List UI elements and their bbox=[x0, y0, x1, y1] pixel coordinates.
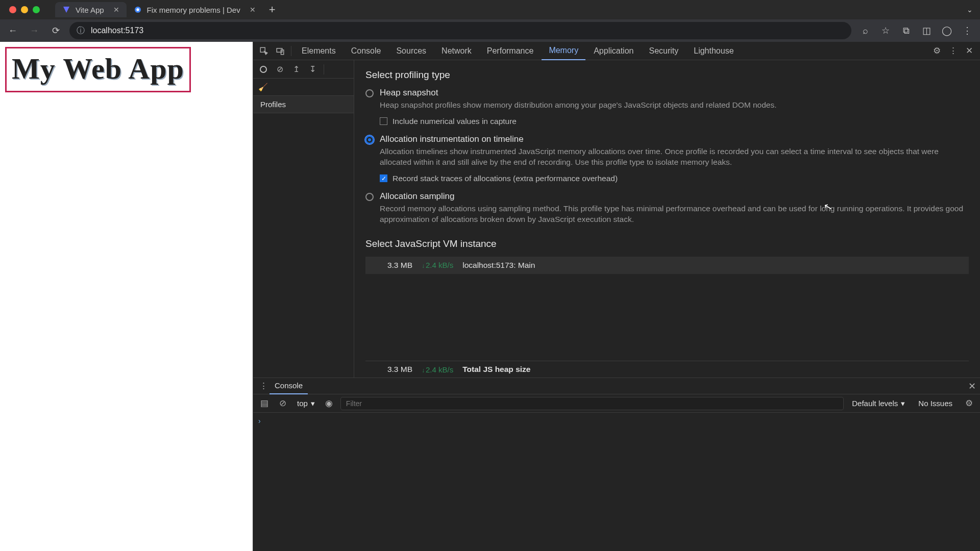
vm-heap-size: 3.3 MB bbox=[380, 261, 412, 270]
address-bar[interactable]: ⓘ localhost:5173 bbox=[69, 22, 851, 39]
vm-instance-list: 3.3 MB 2.4 kB/s localhost:5173: Main 3.3… bbox=[365, 257, 969, 378]
site-info-icon[interactable]: ⓘ bbox=[77, 26, 85, 36]
memory-body: ⊘ ↥ ↧ 🧹 Profiles Select profiling type H… bbox=[253, 60, 980, 378]
tab-close-icon[interactable]: ✕ bbox=[113, 6, 119, 14]
profiles-heading: Profiles bbox=[253, 96, 354, 113]
url-text: localhost:5173 bbox=[91, 26, 143, 35]
memory-toolbar: ⊘ ↥ ↧ bbox=[253, 60, 354, 79]
reload-button[interactable]: ⟳ bbox=[48, 23, 63, 38]
back-button[interactable]: ← bbox=[5, 23, 20, 38]
browser-tab-active[interactable]: Vite App ✕ bbox=[55, 2, 127, 17]
option-label: Heap snapshot bbox=[380, 88, 777, 98]
vm-instance-heading: Select JavaScript VM instance bbox=[365, 238, 969, 249]
profiling-type-heading: Select profiling type bbox=[365, 69, 969, 81]
drawer-close-icon[interactable]: ✕ bbox=[968, 381, 976, 392]
tab-title: Vite App bbox=[76, 6, 104, 14]
radio-heap-snapshot[interactable] bbox=[365, 89, 374, 97]
browser-tab-strip: Vite App ✕ Fix memory problems | Dev ✕ +… bbox=[0, 0, 980, 19]
checkbox-label: Record stack traces of allocations (extr… bbox=[393, 174, 618, 183]
chevron-down-icon: ▾ bbox=[901, 399, 905, 408]
tab-title: Fix memory problems | Dev bbox=[147, 6, 240, 14]
console-output[interactable]: › bbox=[253, 413, 980, 551]
option-label: Allocation sampling bbox=[380, 191, 967, 202]
console-settings-icon[interactable]: ⚙ bbox=[962, 396, 976, 411]
tab-network[interactable]: Network bbox=[434, 42, 479, 60]
tab-lighthouse[interactable]: Lighthouse bbox=[687, 42, 741, 60]
radio-allocation-timeline[interactable] bbox=[365, 136, 374, 144]
rendered-page[interactable]: My Web App bbox=[0, 42, 253, 551]
tab-console[interactable]: Console bbox=[344, 42, 388, 60]
extensions-icon[interactable]: ⧉ bbox=[898, 23, 914, 38]
collect-garbage-icon[interactable]: 🧹 bbox=[258, 83, 268, 92]
browser-tab[interactable]: Fix memory problems | Dev ✕ bbox=[127, 2, 263, 17]
window-maximize-button[interactable] bbox=[33, 6, 40, 13]
option-desc: Record memory allocations using sampling… bbox=[380, 204, 967, 225]
new-tab-button[interactable]: + bbox=[269, 3, 276, 16]
content-split: My Web App Elements Console Sources Netw… bbox=[0, 42, 980, 551]
clear-profiles-icon[interactable]: ⊘ bbox=[273, 62, 287, 77]
devtools-close-icon[interactable]: ✕ bbox=[962, 43, 977, 59]
console-clear-icon[interactable]: ⊘ bbox=[276, 396, 290, 411]
load-profile-icon[interactable]: ↥ bbox=[289, 62, 303, 77]
option-desc: Allocation timelines show instrumented J… bbox=[380, 146, 967, 168]
option-desc: Heap snapshot profiles show memory distr… bbox=[380, 100, 777, 111]
save-profile-icon[interactable]: ↧ bbox=[305, 62, 320, 77]
checkbox-label: Include numerical values in capture bbox=[393, 117, 517, 126]
tab-application[interactable]: Application bbox=[586, 42, 641, 60]
devtools-tab-bar: Elements Console Sources Network Perform… bbox=[253, 42, 980, 60]
devtools-settings-icon[interactable]: ⚙ bbox=[929, 43, 944, 59]
window-close-button[interactable] bbox=[9, 6, 16, 13]
page-heading: My Web App bbox=[12, 52, 184, 86]
forward-button[interactable]: → bbox=[27, 23, 42, 38]
record-button[interactable] bbox=[256, 62, 271, 77]
log-levels-select[interactable]: Default levels ▾ bbox=[848, 399, 909, 408]
tab-elements[interactable]: Elements bbox=[295, 42, 343, 60]
checkbox-include-numerical[interactable] bbox=[380, 117, 387, 125]
live-expression-icon[interactable]: ◉ bbox=[322, 396, 336, 411]
profile-avatar-icon[interactable]: ◯ bbox=[939, 23, 954, 38]
console-toolbar: ▤ ⊘ top ▾ ◉ Default levels ▾ No Issues ⚙ bbox=[253, 394, 980, 413]
devtools-more-icon[interactable]: ⋮ bbox=[945, 43, 961, 59]
console-drawer: ⋮ Console ✕ ▤ ⊘ top ▾ ◉ Default levels ▾… bbox=[253, 378, 980, 551]
heap-include-numerical-row[interactable]: Include numerical values in capture bbox=[380, 117, 969, 126]
option-allocation-timeline[interactable]: Allocation instrumentation on timeline A… bbox=[365, 134, 969, 168]
sidepanel-icon[interactable]: ◫ bbox=[919, 23, 934, 38]
total-heap-rate: 2.4 kB/s bbox=[422, 365, 453, 374]
console-filter-input[interactable] bbox=[340, 397, 844, 410]
drawer-tab-console[interactable]: Console bbox=[270, 378, 308, 394]
device-toolbar-icon[interactable] bbox=[273, 43, 288, 59]
console-sidebar-toggle-icon[interactable]: ▤ bbox=[257, 396, 272, 411]
timeline-record-stack-row[interactable]: ✓ Record stack traces of allocations (ex… bbox=[380, 174, 969, 183]
vm-total-row: 3.3 MB 2.4 kB/s Total JS heap size bbox=[365, 361, 969, 378]
checkbox-record-stack-traces[interactable]: ✓ bbox=[380, 174, 387, 182]
memory-gc-row: 🧹 bbox=[253, 79, 354, 96]
context-label: top bbox=[297, 399, 308, 408]
zoom-icon[interactable]: ⌕ bbox=[857, 23, 873, 38]
issues-indicator[interactable]: No Issues bbox=[913, 399, 958, 408]
tab-performance[interactable]: Performance bbox=[480, 42, 541, 60]
window-minimize-button[interactable] bbox=[21, 6, 28, 13]
option-heap-snapshot[interactable]: Heap snapshot Heap snapshot profiles sho… bbox=[365, 88, 969, 111]
option-allocation-sampling[interactable]: Allocation sampling Record memory alloca… bbox=[365, 191, 969, 225]
console-context-select[interactable]: top ▾ bbox=[294, 399, 318, 408]
svg-point-2 bbox=[136, 8, 139, 11]
drawer-menu-icon[interactable]: ⋮ bbox=[257, 381, 270, 391]
browser-menu-icon[interactable]: ⋮ bbox=[960, 23, 975, 38]
radio-allocation-sampling[interactable] bbox=[365, 193, 374, 201]
svg-marker-0 bbox=[63, 7, 69, 13]
inspect-element-icon[interactable] bbox=[256, 43, 272, 59]
tab-security[interactable]: Security bbox=[642, 42, 685, 60]
vm-instance-row[interactable]: 3.3 MB 2.4 kB/s localhost:5173: Main bbox=[365, 257, 969, 274]
vite-favicon-icon bbox=[62, 6, 70, 14]
tab-sources[interactable]: Sources bbox=[389, 42, 433, 60]
bookmark-star-icon[interactable]: ☆ bbox=[878, 23, 893, 38]
window-controls bbox=[9, 6, 40, 13]
chrome-favicon-icon bbox=[134, 6, 142, 14]
browser-toolbar: ← → ⟳ ⓘ localhost:5173 ⌕ ☆ ⧉ ◫ ◯ ⋮ bbox=[0, 19, 980, 42]
tab-close-icon[interactable]: ✕ bbox=[250, 6, 256, 14]
memory-sidebar: ⊘ ↥ ↧ 🧹 Profiles bbox=[253, 60, 354, 378]
tab-overflow-chevron-icon[interactable]: ⌄ bbox=[967, 6, 973, 14]
tab-memory[interactable]: Memory bbox=[542, 42, 585, 60]
vm-heap-rate: 2.4 kB/s bbox=[422, 261, 453, 269]
console-prompt-icon: › bbox=[258, 417, 261, 425]
